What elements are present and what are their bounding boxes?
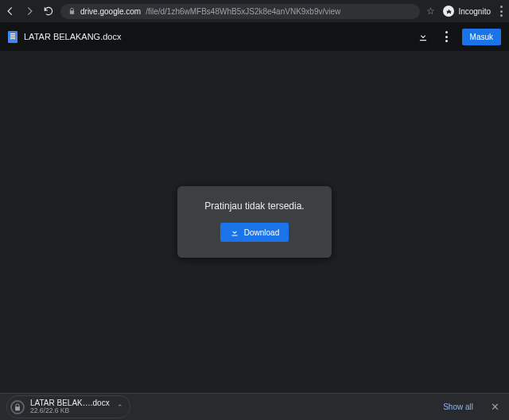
bookmark-icon[interactable]: ☆ bbox=[426, 6, 435, 17]
download-item[interactable]: LATAR BELAK….docx 22.6/22.6 KB ⌃ bbox=[6, 395, 130, 418]
incognito-icon bbox=[443, 6, 454, 17]
more-actions-button[interactable] bbox=[438, 28, 456, 45]
browser-menu-icon[interactable] bbox=[499, 6, 504, 16]
url-host: drive.google.com bbox=[80, 7, 141, 16]
download-shelf: LATAR BELAK….docx 22.6/22.6 KB ⌃ Show al… bbox=[0, 393, 509, 420]
document-title: LATAR BELAKANG.docx bbox=[24, 32, 121, 41]
lock-icon bbox=[68, 7, 76, 15]
download-button[interactable] bbox=[414, 28, 432, 45]
preview-area: Pratinjau tidak tersedia. Download bbox=[0, 51, 509, 393]
kebab-icon bbox=[444, 31, 449, 41]
preview-message: Pratinjau tidak tersedia. bbox=[204, 200, 304, 212]
close-shelf-button[interactable]: ✕ bbox=[488, 401, 503, 413]
preview-download-button[interactable]: Download bbox=[220, 223, 289, 242]
download-icon bbox=[418, 31, 429, 42]
forward-icon[interactable] bbox=[24, 6, 35, 17]
preview-download-label: Download bbox=[244, 228, 279, 237]
chevron-up-icon[interactable]: ⌃ bbox=[117, 403, 123, 411]
back-icon[interactable] bbox=[5, 6, 16, 17]
browser-toolbar: drive.google.com/file/d/1zh6wMFBs48WhB5x… bbox=[0, 0, 509, 22]
drive-toolbar: LATAR BELAKANG.docx Masuk bbox=[0, 22, 509, 51]
incognito-badge[interactable]: Incognito bbox=[443, 6, 491, 17]
docs-icon bbox=[8, 31, 17, 43]
incognito-label: Incognito bbox=[458, 7, 491, 16]
show-all-downloads[interactable]: Show all bbox=[443, 402, 473, 411]
download-icon bbox=[230, 228, 239, 237]
address-bar[interactable]: drive.google.com/file/d/1zh6wMFBs48WhB5x… bbox=[60, 4, 420, 19]
download-progress-icon bbox=[10, 400, 25, 414]
preview-unavailable-card: Pratinjau tidak tersedia. Download bbox=[177, 186, 331, 258]
url-path: /file/d/1zh6wMFBs48WhB5xJS2k8e4anVNK9xb9… bbox=[146, 7, 340, 16]
download-size: 22.6/22.6 KB bbox=[30, 407, 110, 414]
signin-button[interactable]: Masuk bbox=[462, 29, 501, 45]
reload-icon[interactable] bbox=[43, 6, 54, 17]
